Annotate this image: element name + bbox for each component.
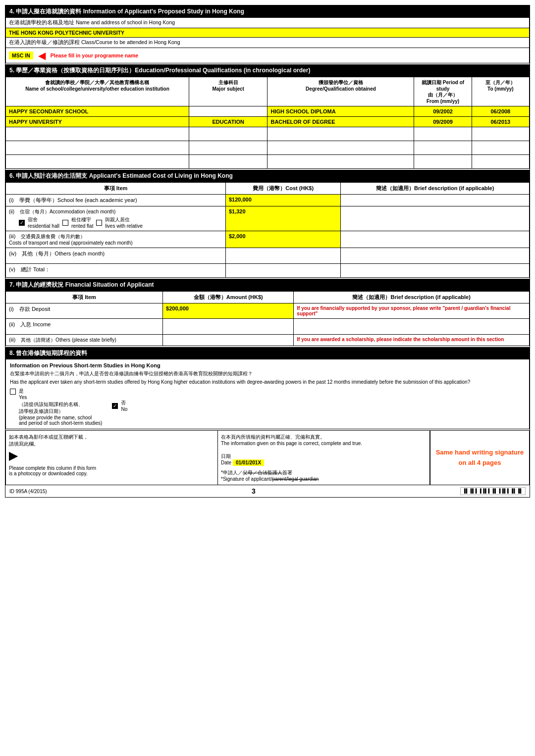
cost-desc-iii xyxy=(341,231,530,248)
school-name-label: 在港就讀學校的名稱及地址 Name and address of school … xyxy=(5,18,530,28)
degree-2: BACHELOR OF DEGREE xyxy=(268,117,414,127)
section8-para-en: Has the applicant ever taken any short-t… xyxy=(10,379,525,385)
page-bottom: ID 995A (4/2015) 3 ▐▌▐▌▌▐▐▌▌▐▌▐▐▌▌▐▌▐▌ xyxy=(5,485,530,497)
checkbox-yes[interactable] xyxy=(10,389,16,395)
cost-value-v xyxy=(225,264,341,278)
checkbox-rented[interactable] xyxy=(62,220,68,226)
cost-row-v: (v) 總計 Total： xyxy=(6,264,530,278)
education-row-5 xyxy=(6,155,530,169)
fin-value-ii xyxy=(163,319,294,335)
section4-header: 4. 申請人擬在港就讀的資料 Information of Applicant'… xyxy=(5,5,530,18)
fin-row-i: (i) 存款 Deposit $200,000 If you are finan… xyxy=(6,303,530,319)
cost-value-ii: $1,320 xyxy=(225,206,341,231)
course-value: MSC IN xyxy=(9,51,33,59)
cost-item-i: (i) 學費（每學年）School fee (each academic yea… xyxy=(6,195,226,206)
cost-desc-ii xyxy=(341,206,530,231)
education-table: 會就讀的學校／學院／大學／其他教育機構名稱Name of school/coll… xyxy=(5,77,530,169)
arrow-icon: ◀ xyxy=(38,50,46,61)
checkbox-relative[interactable] xyxy=(96,220,102,226)
cost-col-item: 事項 Item xyxy=(6,183,226,195)
footer-left: 如本表格為影印本或從互聯網下載， 請填寫此欄。 ▶ Please complet… xyxy=(6,431,218,485)
from-2: 09/2009 xyxy=(414,117,472,127)
cost-desc-iv xyxy=(341,248,530,264)
section8-body: Information on Previous Short-term Studi… xyxy=(5,359,530,429)
footer-signature-note: Same hand writing signature on all 4 pag… xyxy=(430,431,529,485)
fin-col-desc: 簡述（如適用）Brief description (if applicable) xyxy=(294,292,530,303)
education-row-2: HAPPY UNIVERSITY EDUCATION BACHELOR OF D… xyxy=(6,117,530,127)
checkbox-residential[interactable]: ✓ xyxy=(19,220,25,226)
school-name-value: THE HONG KONG POLYTECHNIC UNIVERSITY xyxy=(5,28,530,38)
section8-options: 是Yes （請提供該短期課程的名稱、請學校及修讀日期）(please provi… xyxy=(10,388,525,426)
col-degree-header: 獲頒發的學位／資格Degree/Qualification obtained xyxy=(268,77,414,106)
section7-header: 7. 申請人的經濟狀況 Financial Situation of Appli… xyxy=(5,279,530,291)
cost-item-iv: (iv) 其他（每月）Others (each month) xyxy=(6,248,226,264)
barcode: ▐▌▐▌▌▐▐▌▌▐▌▐▐▌▌▐▌▐▌ xyxy=(460,487,526,495)
fin-value-iii xyxy=(163,335,294,346)
section6-header: 6. 申請人預計在港的生活開支 Applicant's Estimated Co… xyxy=(5,170,530,182)
cost-value-iv xyxy=(225,248,341,264)
arrow-fill-icon: ▶ xyxy=(9,450,17,462)
fin-desc-i: If you are financially supported by your… xyxy=(294,303,530,319)
education-row-4 xyxy=(6,141,530,155)
cost-desc-v xyxy=(341,264,530,278)
cost-table: 事項 Item 費用（港幣）Cost (HK$) 簡述（如適用）Brief de… xyxy=(5,182,530,278)
to-1: 06/2008 xyxy=(472,106,529,117)
major-1 xyxy=(189,106,268,117)
option-no: ✓ 否No xyxy=(112,400,127,412)
footer: 如本表格為影印本或從互聯網下載， 請填寫此欄。 ▶ Please complet… xyxy=(5,430,530,485)
page-number: 3 xyxy=(252,487,256,495)
col-major-header: 主修科目Major subject xyxy=(189,77,268,106)
cost-row-i: (i) 學費（每學年）School fee (each academic yea… xyxy=(6,195,530,206)
col-from-header: 就讀日期 Period of study由（月／年）From (mm/yy) xyxy=(414,77,472,106)
cost-item-v: (v) 總計 Total： xyxy=(6,264,226,278)
from-1: 09/2002 xyxy=(414,106,472,117)
course-value-row: MSC IN ◀ Please fill in your programme n… xyxy=(5,48,530,63)
course-placeholder: Please fill in your programme name xyxy=(51,52,138,58)
checkbox-no[interactable]: ✓ xyxy=(112,403,118,409)
cost-row-iii: (iii) 交通費及膳食費（每月約數）Costs of transport an… xyxy=(6,231,530,248)
cost-item-iii: (iii) 交通費及膳食費（每月約數）Costs of transport an… xyxy=(6,231,226,248)
cost-desc-i xyxy=(341,195,530,206)
financial-table: 事項 Item 金額（港幣）Amount (HK$) 簡述（如適用）Brief … xyxy=(5,291,530,346)
fin-row-ii: (ii) 入息 Income xyxy=(6,319,530,335)
cost-row-iv: (iv) 其他（每月）Others (each month) xyxy=(6,248,530,264)
cost-col-desc: 簡述（如適用）Brief description (if applicable) xyxy=(341,183,530,195)
cost-value-iii: $2,000 xyxy=(225,231,341,248)
fin-value-i: $200,000 xyxy=(163,303,294,319)
education-row-1: HAPPY SECONDARY SCHOOL HIGH SCHOOL DIPLO… xyxy=(6,106,530,117)
degree-1: HIGH SCHOOL DIPLOMA xyxy=(268,106,414,117)
footer-middle: 在本頁內所填報的資料均屬正確、完備和真實。The information giv… xyxy=(218,431,430,485)
to-2: 06/2013 xyxy=(472,117,529,127)
fin-col-item: 事項 Item xyxy=(6,292,163,303)
fin-col-amount: 金額（港幣）Amount (HK$) xyxy=(163,292,294,303)
fin-item-i: (i) 存款 Deposit xyxy=(6,303,163,319)
fin-desc-iii: If you are awarded a scholarship, please… xyxy=(294,335,530,346)
section8-header: 8. 曾在港修讀短期課程的資料 xyxy=(5,347,530,359)
course-label: 在港入讀的年級／修讀的課程 Class/Course to be attende… xyxy=(5,38,530,48)
option-yes: 是Yes （請提供該短期課程的名稱、請學校及修讀日期）(please provi… xyxy=(10,388,102,426)
cost-value-i: $120,000 xyxy=(225,195,341,206)
col-school-header: 會就讀的學校／學院／大學／其他教育機構名稱Name of school/coll… xyxy=(6,77,189,106)
fin-item-ii: (ii) 入息 Income xyxy=(6,319,163,335)
date-value: 01/01/201X xyxy=(233,459,264,466)
fin-desc-ii xyxy=(294,319,530,335)
school-2: HAPPY UNIVERSITY xyxy=(6,117,189,127)
cost-item-ii: (ii) 住宿（每月）Accommodation (each month) ✓ … xyxy=(6,206,226,231)
cost-col-cost: 費用（港幣）Cost (HK$) xyxy=(225,183,341,195)
fin-item-iii: (iii) 其他（請簡述）Others (please state briefl… xyxy=(6,335,163,346)
section5-header: 5. 學歷／專業資格（按獲取資格的日期序列出）Education/Profess… xyxy=(5,64,530,77)
no-label: 否No xyxy=(121,400,127,412)
school-1: HAPPY SECONDARY SCHOOL xyxy=(6,106,189,117)
major-2: EDUCATION xyxy=(189,117,268,127)
section8-en-header: Information on Previous Short-term Studi… xyxy=(10,362,525,368)
fin-row-iii: (iii) 其他（請簡述）Others (please state briefl… xyxy=(6,335,530,346)
cost-row-ii: (ii) 住宿（每月）Accommodation (each month) ✓ … xyxy=(6,206,530,231)
education-row-3 xyxy=(6,127,530,141)
form-id: ID 995A (4/2015) xyxy=(9,489,47,494)
col-to-header: 至（月／年）To (mm/yy) xyxy=(472,77,529,106)
yes-label: 是Yes （請提供該短期課程的名稱、請學校及修讀日期）(please provi… xyxy=(19,388,102,426)
section8-para-zh: 在緊接本申請前的十二個月內，申請人是否曾在港修讀由擁有學位頒授權的香港高等教育院… xyxy=(10,370,525,377)
